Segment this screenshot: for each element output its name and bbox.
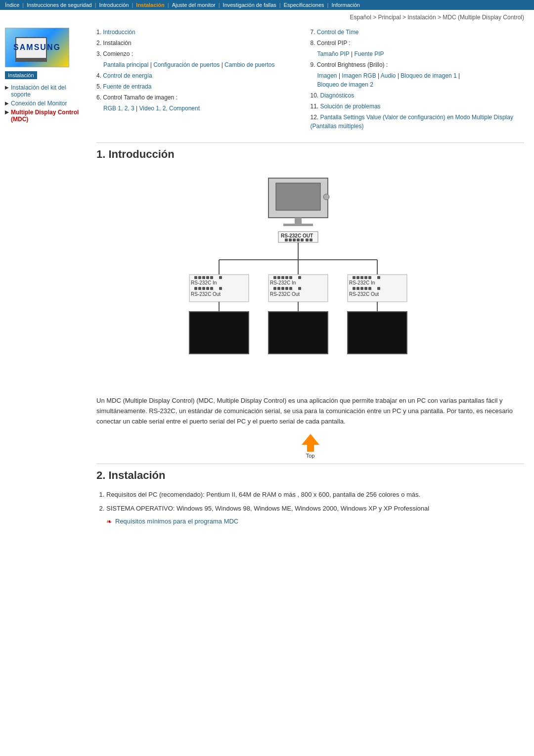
svg-rect-32	[219, 287, 222, 290]
svg-rect-38	[285, 276, 288, 279]
nav-indice[interactable]: Índice	[5, 2, 19, 8]
toc-link-imagen-rgb[interactable]: Imagen RGB	[342, 72, 376, 79]
top-navigation: Índice | Instrucciones de seguridad | In…	[0, 0, 534, 10]
toc-link-bloqueo2[interactable]: Bloqueo de imagen 2	[317, 81, 373, 88]
toc-item-8: 8. Control PIP :	[311, 39, 525, 47]
svg-rect-69	[348, 312, 407, 354]
svg-rect-25	[219, 276, 222, 279]
toc-link-cambio[interactable]: Cambio de puertos	[224, 61, 274, 68]
nav-sep-5: |	[219, 2, 220, 8]
toc-item-5: 5. Fuente de entrada	[96, 82, 311, 91]
note-link[interactable]: Requisitos mínimos para el programa MDC	[115, 518, 238, 525]
svg-rect-46	[289, 287, 292, 290]
nav-ajuste[interactable]: Ajuste del monitor	[172, 2, 216, 8]
toc-link-bloqueo1[interactable]: Bloqueo de imagen 1	[400, 72, 456, 79]
nav-sep-1: |	[22, 2, 24, 8]
install-item-1: Requisitos del PC (recomendado): Pentium…	[106, 489, 524, 500]
svg-rect-7	[285, 238, 288, 241]
toc-link-pip-size[interactable]: Tamaño PIP	[317, 50, 350, 57]
note-item: ❧ Requisitos mínimos para el programa MD…	[106, 518, 524, 525]
toc-item-10: 10. Diagnósticos	[311, 91, 525, 100]
toc-link-1[interactable]: Introducción	[103, 29, 135, 36]
svg-rect-37	[281, 276, 284, 279]
sidebar-label-conexion: Conexión del Monitor	[11, 100, 67, 107]
svg-rect-43	[277, 287, 280, 290]
toc-link-rgb[interactable]: RGB 1, 2, 3	[103, 105, 134, 112]
svg-rect-62	[377, 287, 380, 290]
svg-text:RS-232C Out: RS-232C Out	[191, 291, 221, 297]
svg-point-4	[323, 194, 329, 200]
toc-link-5[interactable]: Fuente de entrada	[103, 83, 151, 90]
svg-rect-11	[301, 238, 304, 241]
toc-item-6-sub: RGB 1, 2, 3 | Video 1, 2, Component	[96, 104, 311, 113]
sidebar-item-mdc[interactable]: ▶ Multiple Display Control (MDC)	[5, 109, 82, 123]
top-button-container: Top	[96, 434, 524, 459]
svg-rect-31	[210, 287, 213, 290]
divider-1	[96, 142, 524, 143]
svg-rect-28	[198, 287, 201, 290]
nav-informacion[interactable]: Información	[331, 2, 359, 8]
svg-rect-24	[210, 276, 213, 279]
section2-title: 2. Instalación	[96, 469, 524, 482]
svg-rect-68	[268, 312, 328, 354]
arrow-icon-2: ▶	[5, 100, 9, 106]
divider-2	[96, 464, 524, 464]
toc-item-9: 9. Control Brightness (Brillo) :	[311, 60, 525, 69]
nav-especificaciones[interactable]: Especificaciones	[284, 2, 324, 8]
svg-rect-61	[368, 287, 371, 290]
toc-item-1: 1. Introducción	[96, 28, 311, 37]
svg-rect-54	[368, 276, 371, 279]
toc-item-9-sub: Imagen | Imagen RGB | Audio | Bloqueo de…	[311, 71, 525, 89]
nav-investigacion[interactable]: Investigación de fallas	[223, 2, 276, 8]
toc-right: 7. Control de Time 8. Control PIP : Tama…	[311, 28, 525, 133]
svg-rect-3	[283, 224, 313, 226]
toc-link-pantalla[interactable]: Pantalla principal	[103, 61, 148, 68]
svg-text:RS-232C In: RS-232C In	[349, 280, 375, 285]
svg-rect-10	[297, 238, 300, 241]
nav-instalacion[interactable]: Instalación	[136, 2, 164, 8]
svg-rect-42	[273, 287, 276, 290]
svg-rect-22	[202, 276, 205, 279]
svg-rect-12	[306, 238, 309, 241]
toc-item-12: 12. Pantalla Settings Value (Valor de co…	[311, 113, 525, 131]
table-of-contents: 1. Introducción 2. Instalación 3. Comien…	[96, 28, 524, 133]
top-arrow-head	[302, 434, 319, 445]
svg-rect-27	[194, 287, 197, 290]
nav-seguridad[interactable]: Instrucciones de seguridad	[27, 2, 91, 8]
svg-rect-21	[198, 276, 201, 279]
toc-link-video[interactable]: Video 1, 2, Component	[139, 105, 200, 112]
toc-link-config[interactable]: Configuración de puertos	[153, 61, 220, 68]
toc-link-7[interactable]: Control de Time	[317, 29, 359, 36]
content-area: 1. Introducción 2. Instalación 3. Comien…	[87, 28, 534, 528]
toc-link-11[interactable]: Solución de problemas	[320, 103, 381, 110]
toc-link-pip-fuente[interactable]: Fuente PIP	[354, 50, 384, 57]
svg-rect-8	[289, 238, 292, 241]
sidebar-label-kit: Instalación del kit del soporte	[11, 84, 82, 98]
connection-diagram: RS-232C OUT	[172, 173, 449, 381]
svg-rect-60	[364, 287, 367, 290]
toc-link-12[interactable]: Pantalla Settings Value (Valor de config…	[311, 114, 513, 130]
toc-item-7: 7. Control de Time	[311, 28, 525, 37]
svg-rect-45	[285, 287, 288, 290]
toc-link-10[interactable]: Diagnósticos	[320, 92, 355, 99]
sidebar-label-mdc: Multiple Display Control (MDC)	[11, 109, 82, 123]
sidebar-badge: Instalación	[5, 71, 37, 79]
toc-link-4[interactable]: Control de energía	[103, 72, 152, 79]
toc-link-audio[interactable]: Audio	[381, 72, 396, 79]
top-button[interactable]: Top	[298, 434, 323, 459]
nav-introduccion[interactable]: Introducción	[99, 2, 129, 8]
sidebar-item-kit[interactable]: ▶ Instalación del kit del soporte	[5, 84, 82, 98]
sidebar: SAMSUNG Instalación ▶ Instalación del ki…	[0, 28, 87, 528]
svg-rect-58	[356, 287, 359, 290]
svg-rect-30	[206, 287, 209, 290]
svg-rect-2	[295, 218, 302, 224]
svg-rect-35	[273, 276, 276, 279]
svg-rect-50	[353, 276, 356, 279]
svg-rect-40	[298, 276, 301, 279]
nav-sep-2: |	[95, 2, 96, 8]
sidebar-item-conexion[interactable]: ▶ Conexión del Monitor	[5, 100, 82, 107]
arrow-icon-3: ▶	[5, 109, 9, 115]
top-arrow-body	[307, 445, 314, 452]
toc-link-imagen[interactable]: Imagen	[317, 72, 337, 79]
section1-title: 1. Introducción	[96, 148, 524, 161]
